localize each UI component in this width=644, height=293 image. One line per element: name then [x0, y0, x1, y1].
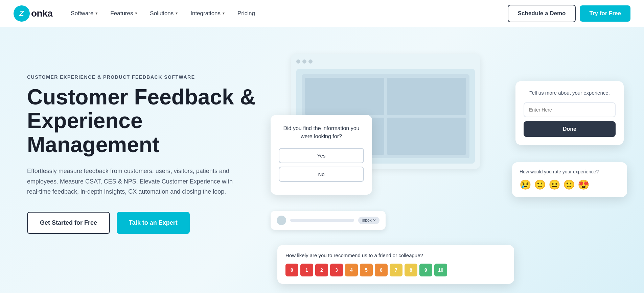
- browser-dots: [296, 59, 475, 64]
- hero-visual: Did you find the information you were lo…: [271, 47, 624, 284]
- chevron-down-icon: ▼: [95, 11, 98, 15]
- emoji-4[interactable]: 🙂: [563, 179, 575, 190]
- nps-number-0[interactable]: 0: [285, 264, 298, 276]
- rating-question: How would you rate your experience?: [520, 169, 620, 174]
- nav-item-integrations[interactable]: Integrations ▼: [186, 7, 230, 20]
- logo-icon: Z: [14, 5, 30, 22]
- nav-item-solutions[interactable]: Solutions ▼: [145, 7, 183, 20]
- inbox-avatar: [277, 216, 286, 225]
- nps-card: How likely are you to recommend us to a …: [277, 245, 514, 284]
- rating-card: How would you rate your experience? 😢 🙁 …: [512, 162, 627, 197]
- nps-number-7[interactable]: 7: [390, 264, 402, 276]
- nps-number-1[interactable]: 1: [300, 264, 313, 276]
- browser-inner-cell-2: [387, 78, 466, 115]
- hero-title: Customer Feedback & Experience Managemen…: [27, 85, 257, 156]
- nps-number-6[interactable]: 6: [375, 264, 388, 276]
- emoji-5[interactable]: 😍: [578, 179, 590, 190]
- feedback-card: Tell us more about your experience. Done: [515, 81, 624, 145]
- browser-dot-2: [302, 59, 306, 64]
- nav-item-features[interactable]: Features ▼: [106, 7, 142, 20]
- schedule-demo-button[interactable]: Schedule a Demo: [508, 5, 576, 22]
- nps-number-8[interactable]: 8: [405, 264, 417, 276]
- chevron-down-icon: ▼: [175, 11, 178, 15]
- rating-emojis: 😢 🙁 😐 🙂 😍: [520, 179, 620, 190]
- nav-item-software[interactable]: Software ▼: [66, 7, 103, 20]
- inbox-tag[interactable]: Inbox ✕: [358, 217, 380, 224]
- inbox-bar: [290, 219, 354, 222]
- hero-content: CUSTOMER EXPERIENCE & PRODUCT FEEDBACK S…: [27, 47, 257, 234]
- chevron-down-icon: ▼: [134, 11, 138, 15]
- nps-number-2[interactable]: 2: [315, 264, 328, 276]
- nps-number-3[interactable]: 3: [330, 264, 343, 276]
- feedback-input[interactable]: [524, 102, 616, 117]
- nps-numbers: 012345678910: [285, 264, 506, 276]
- survey-yes-button[interactable]: Yes: [279, 148, 364, 163]
- inbox-card: Inbox ✕: [271, 211, 386, 230]
- emoji-2[interactable]: 🙁: [534, 179, 546, 190]
- nps-question: How likely are you to recommend us to a …: [285, 252, 506, 258]
- survey-no-button[interactable]: No: [279, 167, 364, 182]
- emoji-1[interactable]: 😢: [520, 179, 531, 190]
- survey-card: Did you find the information you were lo…: [271, 115, 372, 195]
- chevron-down-icon: ▼: [222, 11, 225, 15]
- try-free-button[interactable]: Try for Free: [580, 5, 630, 22]
- browser-dot-3: [308, 59, 313, 64]
- get-started-button[interactable]: Get Started for Free: [27, 212, 110, 234]
- emoji-3[interactable]: 😐: [549, 179, 560, 190]
- feedback-done-button[interactable]: Done: [524, 121, 616, 137]
- nps-number-10[interactable]: 10: [434, 264, 447, 276]
- logo-letter: Z: [19, 9, 24, 18]
- browser-inner-cell-4: [387, 118, 466, 155]
- hero-eyebrow: CUSTOMER EXPERIENCE & PRODUCT FEEDBACK S…: [27, 74, 257, 80]
- hero-description: Effortlessly measure feedback from custo…: [27, 166, 237, 197]
- nps-number-9[interactable]: 9: [419, 264, 432, 276]
- logo-text: onka: [31, 8, 52, 19]
- browser-inner-cell-1: [305, 78, 384, 115]
- nav-item-pricing[interactable]: Pricing: [233, 7, 260, 20]
- survey-question: Did you find the information you were lo…: [279, 124, 364, 141]
- nav-links: Software ▼ Features ▼ Solutions ▼ Integr…: [66, 7, 507, 20]
- logo[interactable]: Z onka: [14, 5, 52, 22]
- hero-buttons: Get Started for Free Talk to an Expert: [27, 212, 257, 234]
- hero-section: CUSTOMER EXPERIENCE & PRODUCT FEEDBACK S…: [0, 27, 644, 293]
- navbar: Z onka Software ▼ Features ▼ Solutions ▼…: [0, 0, 644, 27]
- talk-to-expert-button[interactable]: Talk to an Expert: [117, 212, 190, 234]
- browser-dot-1: [296, 59, 300, 64]
- feedback-prompt: Tell us more about your experience.: [524, 89, 616, 97]
- nps-number-5[interactable]: 5: [360, 264, 373, 276]
- nps-number-4[interactable]: 4: [345, 264, 358, 276]
- nav-actions: Schedule a Demo Try for Free: [508, 5, 630, 22]
